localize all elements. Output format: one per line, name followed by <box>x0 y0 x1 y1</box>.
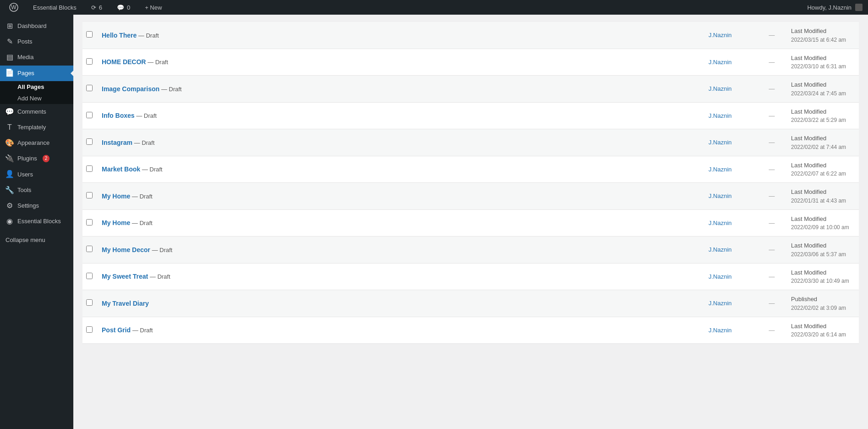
page-title-link[interactable]: My Travel Diary <box>102 300 149 307</box>
submenu-all-pages[interactable]: All Pages <box>0 81 73 93</box>
date-label: Last Modified <box>791 187 853 197</box>
comments[interactable]: 💬 0 <box>113 0 134 15</box>
sidebar-item-plugins[interactable]: 🔌 Plugins 2 <box>0 151 73 166</box>
date-value: 2022/01/31 at 4:43 am <box>791 197 853 205</box>
sidebar-item-essential-blocks[interactable]: ◉ Essential Blocks <box>0 214 73 229</box>
date-label: Last Modified <box>791 268 853 277</box>
site-name[interactable]: Essential Blocks <box>29 0 80 15</box>
page-title-link[interactable]: My Home <box>102 192 130 200</box>
page-title-link[interactable]: My Sweet Treat <box>102 273 148 280</box>
author-link[interactable]: J.Naznin <box>709 32 732 38</box>
posts-icon: ✎ <box>5 38 14 46</box>
author-link[interactable]: J.Naznin <box>709 59 732 66</box>
date-value: 2022/03/06 at 5:37 am <box>791 250 853 258</box>
table-row: My Travel Diary J.Naznin — Published 202… <box>82 290 859 317</box>
row-title-cell: My Home — Draft <box>96 183 703 210</box>
row-checkbox[interactable] <box>86 85 93 91</box>
row-checkbox[interactable] <box>86 246 93 252</box>
sidebar-item-settings[interactable]: ⚙ Settings <box>0 198 73 214</box>
sidebar-item-templately[interactable]: T Templately <box>0 120 73 135</box>
sidebar-item-tools[interactable]: 🔧 Tools <box>0 182 73 198</box>
row-checkbox[interactable] <box>86 31 93 38</box>
sidebar-item-appearance[interactable]: 🎨 Appearance <box>0 135 73 151</box>
table-row: Post Grid — Draft J.Naznin — Last Modifi… <box>82 317 859 344</box>
row-checkbox[interactable] <box>86 326 93 333</box>
date-label: Last Modified <box>791 134 853 143</box>
page-title-link[interactable]: Post Grid <box>102 326 131 334</box>
page-title-link[interactable]: My Home Decor <box>102 246 150 253</box>
row-date-cell: Last Modified 2022/01/31 at 4:43 am <box>786 183 859 210</box>
author-link[interactable]: J.Naznin <box>709 85 732 92</box>
admin-avatar <box>855 4 863 11</box>
row-checkbox[interactable] <box>86 58 93 65</box>
row-date-cell: Last Modified 2022/03/15 at 6:42 am <box>786 22 859 49</box>
row-dash-cell: — <box>758 102 786 129</box>
row-dash-cell: — <box>758 236 786 264</box>
sidebar-item-posts[interactable]: ✎ Posts <box>0 34 73 50</box>
templately-icon: T <box>5 123 14 132</box>
author-link[interactable]: J.Naznin <box>709 139 732 146</box>
row-checkbox[interactable] <box>86 138 93 145</box>
table-row: Image Comparison — Draft J.Naznin — Last… <box>82 76 859 103</box>
page-title-link[interactable]: Image Comparison <box>102 85 159 93</box>
tools-icon: 🔧 <box>5 186 14 194</box>
row-author-cell: J.Naznin <box>703 49 758 76</box>
row-checkbox-cell <box>82 317 96 344</box>
author-link[interactable]: J.Naznin <box>709 220 732 226</box>
row-author-cell: J.Naznin <box>703 22 758 49</box>
sidebar-item-comments[interactable]: 💬 Comments <box>0 104 73 120</box>
pages-icon: 📄 <box>5 69 14 77</box>
author-link[interactable]: J.Naznin <box>709 246 732 253</box>
plugins-icon: 🔌 <box>5 154 14 163</box>
page-title-link[interactable]: My Home <box>102 219 130 226</box>
page-title-link[interactable]: Instagram <box>102 139 132 146</box>
sidebar-item-dashboard[interactable]: ⊞ Dashboard <box>0 18 73 34</box>
pages-table: Hello There — Draft J.Naznin — Last Modi… <box>82 22 859 344</box>
row-title-cell: My Home Decor — Draft <box>96 236 703 264</box>
page-title-link[interactable]: Hello There <box>102 32 137 39</box>
row-checkbox[interactable] <box>86 112 93 118</box>
author-link[interactable]: J.Naznin <box>709 192 732 199</box>
row-checkbox-cell <box>82 236 96 264</box>
row-dash-cell: — <box>758 209 786 236</box>
row-checkbox[interactable] <box>86 219 93 226</box>
row-title-cell: HOME DECOR — Draft <box>96 49 703 76</box>
date-label: Last Modified <box>791 107 853 116</box>
row-checkbox[interactable] <box>86 299 93 306</box>
date-value: 2022/03/24 at 7:45 am <box>791 89 853 98</box>
new-content[interactable]: + New <box>141 0 165 15</box>
plugins-badge: 2 <box>43 155 50 162</box>
sidebar-item-media[interactable]: ▤ Media <box>0 50 73 65</box>
row-title-cell: My Sweet Treat — Draft <box>96 263 703 290</box>
sidebar: ⊞ Dashboard ✎ Posts ▤ Media 📄 Pages All … <box>0 15 73 429</box>
updates[interactable]: ⟳ 6 <box>88 0 106 15</box>
author-link[interactable]: J.Naznin <box>709 300 732 307</box>
page-title-link[interactable]: Market Book <box>102 165 140 173</box>
date-label: Last Modified <box>791 214 853 224</box>
row-checkbox[interactable] <box>86 192 93 198</box>
date-value: 2022/02/09 at 10:00 am <box>791 223 853 231</box>
date-value: 2022/03/30 at 10:49 am <box>791 277 853 285</box>
date-label: Last Modified <box>791 322 853 331</box>
collapse-menu[interactable]: Collapse menu <box>0 233 73 247</box>
row-checkbox[interactable] <box>86 165 93 172</box>
submenu-add-new[interactable]: Add New <box>0 93 73 104</box>
table-row: Instagram — Draft J.Naznin — Last Modifi… <box>82 129 859 156</box>
author-link[interactable]: J.Naznin <box>709 327 732 334</box>
row-title-cell: Image Comparison — Draft <box>96 76 703 103</box>
row-date-cell: Last Modified 2022/02/09 at 10:00 am <box>786 209 859 236</box>
sidebar-item-users[interactable]: 👤 Users <box>0 167 73 182</box>
page-title-link[interactable]: HOME DECOR <box>102 58 146 66</box>
page-status: — Draft <box>132 139 154 146</box>
row-checkbox[interactable] <box>86 273 93 279</box>
sidebar-item-pages[interactable]: 📄 Pages <box>0 66 73 81</box>
author-link[interactable]: J.Naznin <box>709 112 732 119</box>
row-date-cell: Published 2022/02/02 at 3:09 am <box>786 290 859 317</box>
author-link[interactable]: J.Naznin <box>709 273 732 280</box>
author-link[interactable]: J.Naznin <box>709 166 732 173</box>
table-row: My Home — Draft J.Naznin — Last Modified… <box>82 209 859 236</box>
row-checkbox-cell <box>82 209 96 236</box>
row-dash-cell: — <box>758 22 786 49</box>
page-title-link[interactable]: Info Boxes <box>102 112 135 119</box>
wp-logo[interactable]: W <box>5 0 22 15</box>
